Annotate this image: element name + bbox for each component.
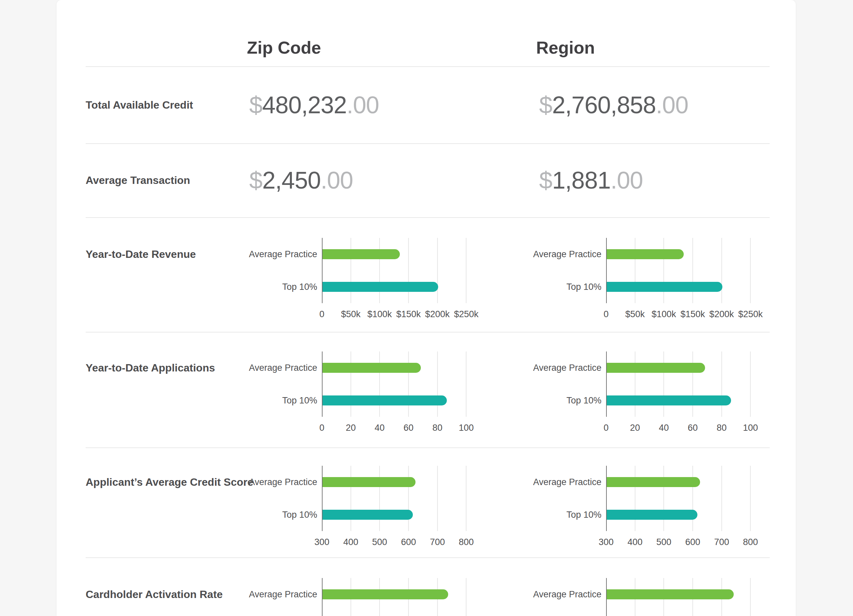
row-cardholder-activation-rate: Cardholder Activation Rate Average Pract… — [57, 557, 796, 616]
chart-axis — [606, 466, 607, 531]
axis-tick-label: $150k — [396, 309, 421, 320]
chart-applications-zip: 020406080100Average PracticeTop 10% — [322, 352, 495, 417]
bar-average-practice — [607, 249, 684, 259]
row-average-transaction: Average Transaction $2,450.00 $1,881.00 — [57, 143, 796, 217]
category-label-top-10-: Top 10% — [566, 396, 601, 406]
total-available-credit-region-value: $2,760,858.00 — [539, 91, 688, 118]
category-label-average-practice: Average Practice — [533, 249, 601, 259]
axis-tick-label: $50k — [625, 309, 645, 320]
metric-label: Average Transaction — [86, 174, 190, 187]
average-transaction-region-value: $1,881.00 — [539, 167, 643, 194]
gridline — [692, 466, 693, 531]
row-applicants-average-credit-score: Applicant’s Average Credit Score 3004005… — [57, 448, 796, 557]
axis-tick-label: 0 — [603, 309, 609, 320]
category-label-average-practice: Average Practice — [533, 477, 601, 487]
axis-tick-label: 300 — [598, 537, 613, 548]
chart-revenue-region: 0$50k$100k$150k$200k$250kAverage Practic… — [606, 238, 779, 303]
category-label-top-10-: Top 10% — [282, 282, 317, 292]
bar-top-10- — [323, 510, 413, 520]
axis-tick-label: $50k — [341, 309, 361, 320]
category-label-top-10-: Top 10% — [282, 396, 317, 406]
bar-top-10- — [323, 282, 438, 292]
bar-top-10- — [607, 510, 697, 520]
axis-tick-label: 20 — [630, 423, 640, 433]
gridline — [721, 466, 722, 531]
category-label-average-practice: Average Practice — [533, 589, 601, 600]
gridline — [466, 578, 466, 616]
gridline — [408, 238, 409, 303]
gridline — [635, 238, 635, 303]
cents: .00 — [610, 167, 643, 194]
cents: .00 — [656, 92, 688, 118]
axis-tick-label: 300 — [314, 537, 329, 548]
gridline — [351, 466, 351, 531]
category-label-top-10-: Top 10% — [282, 510, 317, 520]
gridline — [750, 352, 751, 417]
chart-axis — [322, 352, 323, 417]
category-label-average-practice: Average Practice — [249, 363, 317, 373]
gridline — [466, 352, 466, 417]
bar-average-practice — [607, 363, 705, 373]
metric-label: Year-to-Date Revenue — [86, 248, 196, 261]
axis-tick-label: 100 — [743, 423, 758, 433]
gridline — [663, 238, 664, 303]
gridline — [379, 238, 380, 303]
currency-symbol: $ — [539, 167, 552, 194]
axis-tick-label: 0 — [319, 423, 324, 433]
category-label-average-practice: Average Practice — [249, 249, 317, 259]
gridline — [408, 352, 409, 417]
category-label-average-practice: Average Practice — [533, 363, 601, 373]
axis-tick-label: 800 — [743, 537, 758, 548]
chart-axis — [322, 466, 323, 531]
bar-top-10- — [323, 396, 447, 405]
metrics-card: Zip Code Region Total Available Credit $… — [57, 0, 796, 616]
row-year-to-date-applications: Year-to-Date Applications 020406080100Av… — [57, 332, 796, 448]
axis-tick-label: 500 — [372, 537, 387, 548]
metric-label: Total Available Credit — [86, 99, 193, 111]
cents: .00 — [320, 167, 353, 194]
gridline — [663, 466, 664, 531]
row-total-available-credit: Total Available Credit $480,232.00 $2,76… — [57, 66, 796, 143]
bar-average-practice — [323, 589, 448, 599]
bar-top-10- — [607, 282, 722, 292]
gridline — [635, 352, 635, 417]
axis-tick-label: 60 — [688, 423, 698, 433]
bar-average-practice — [607, 589, 734, 599]
gridline — [351, 352, 351, 417]
axis-tick-label: $200k — [425, 309, 450, 320]
gridline — [437, 238, 438, 303]
amount: 480,232 — [262, 92, 346, 118]
category-label-top-10-: Top 10% — [566, 510, 601, 520]
gridline — [692, 352, 693, 417]
gridline — [635, 466, 635, 531]
axis-tick-label: 20 — [346, 423, 356, 433]
axis-tick-label: $250k — [738, 309, 763, 320]
average-transaction-zip-value: $2,450.00 — [249, 167, 353, 194]
axis-tick-label: $250k — [454, 309, 479, 320]
gridline — [750, 238, 751, 303]
metric-label: Cardholder Activation Rate — [86, 588, 223, 601]
bar-average-practice — [323, 249, 400, 259]
axis-tick-label: $100k — [652, 309, 676, 320]
axis-tick-label: 100 — [459, 423, 474, 433]
currency-symbol: $ — [249, 167, 262, 194]
axis-tick-label: 80 — [433, 423, 443, 433]
bar-top-10- — [607, 396, 731, 405]
chart-activation-rate-region: Average Practice — [606, 578, 779, 616]
amount: 1,881 — [552, 167, 610, 194]
total-available-credit-zip-value: $480,232.00 — [249, 91, 379, 118]
chart-credit-score-region: 300400500600700800Average PracticeTop 10… — [606, 466, 779, 531]
bar-average-practice — [607, 477, 700, 487]
gridline — [721, 352, 722, 417]
axis-tick-label: 700 — [430, 537, 445, 548]
axis-tick-label: 600 — [401, 537, 416, 548]
bar-average-practice — [323, 363, 421, 373]
chart-credit-score-zip: 300400500600700800Average PracticeTop 10… — [322, 466, 495, 531]
gridline — [466, 238, 466, 303]
axis-tick-label: 800 — [459, 537, 474, 548]
currency-symbol: $ — [249, 92, 262, 118]
gridline — [437, 352, 438, 417]
category-label-top-10-: Top 10% — [566, 282, 601, 292]
axis-tick-label: 700 — [714, 537, 729, 548]
axis-tick-label: 400 — [343, 537, 358, 548]
